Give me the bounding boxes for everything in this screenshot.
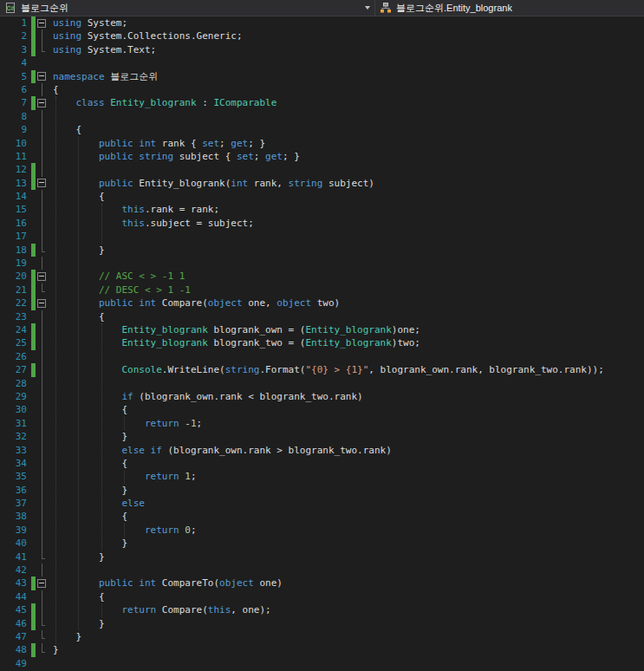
line-number: 46	[0, 617, 29, 630]
code-line[interactable]: 14 {	[0, 190, 644, 203]
code-text: public string subject { set; get; }	[48, 150, 644, 163]
code-line[interactable]: 34 {	[0, 457, 644, 470]
type-member-dropdown[interactable]: 블로그순위.Entity_blogrank	[375, 0, 644, 16]
code-line[interactable]: 10 public int rank { set; get; }	[0, 137, 644, 150]
code-line[interactable]: 1using System;	[0, 16, 644, 29]
code-line[interactable]: 47 }	[0, 630, 644, 643]
outlining-margin	[36, 283, 48, 296]
line-number: 48	[0, 643, 29, 656]
code-editor[interactable]: 1using System;2using System.Collections.…	[0, 16, 644, 671]
line-number: 2	[0, 29, 29, 42]
outlining-margin	[36, 336, 48, 349]
code-line[interactable]: 2using System.Collections.Generic;	[0, 29, 644, 42]
code-line[interactable]: 27 Console.WriteLine(string.Format("{0} …	[0, 363, 644, 376]
code-text: this.rank = rank;	[48, 203, 644, 216]
code-line[interactable]: 5namespace 블로그순위	[0, 70, 644, 83]
outlining-margin	[36, 244, 48, 257]
fold-collapse-icon[interactable]	[37, 272, 46, 281]
code-line[interactable]: 37 else	[0, 497, 644, 510]
code-line[interactable]: 35 return 1;	[0, 470, 644, 483]
code-line[interactable]: 40 }	[0, 537, 644, 550]
line-number: 25	[0, 336, 29, 349]
code-line[interactable]: 13 public Entity_blogrank(int rank, stri…	[0, 177, 644, 190]
outlining-margin	[36, 217, 48, 230]
code-text: {	[48, 123, 644, 136]
code-line[interactable]: 32 }	[0, 430, 644, 443]
code-line[interactable]: 36 }	[0, 484, 644, 497]
line-number: 38	[0, 510, 29, 523]
code-line[interactable]: 7 class Entity_blogrank : IComparable	[0, 96, 644, 109]
code-line[interactable]: 19	[0, 257, 644, 270]
line-number: 18	[0, 244, 29, 257]
code-line[interactable]: 6{	[0, 83, 644, 96]
code-line[interactable]: 38 {	[0, 510, 644, 523]
code-line[interactable]: 45 return Compare(this, one);	[0, 603, 644, 616]
code-line[interactable]: 22 public int Compare(object one, object…	[0, 296, 644, 309]
outlining-margin	[36, 630, 48, 643]
code-text: }	[48, 244, 644, 257]
code-line[interactable]: 16 this.subject = subject;	[0, 217, 644, 230]
change-tracking-margin	[29, 417, 36, 430]
fold-collapse-icon[interactable]	[37, 99, 46, 107]
code-text: {	[48, 190, 644, 203]
code-line[interactable]: 48}	[0, 643, 644, 656]
change-tracking-margin	[29, 603, 36, 616]
code-line[interactable]: 20 // ASC < > -1 1	[0, 270, 644, 283]
fold-collapse-icon[interactable]	[37, 19, 46, 28]
change-tracking-margin	[29, 363, 36, 376]
outlining-margin	[36, 16, 48, 29]
code-text	[48, 377, 644, 390]
change-tracking-margin	[29, 16, 36, 29]
code-line[interactable]: 43 public int CompareTo(object one)	[0, 577, 644, 590]
code-line[interactable]: 44 {	[0, 590, 644, 603]
code-line[interactable]: 29 if (blogrank_own.rank < blogrank_two.…	[0, 390, 644, 403]
code-line[interactable]: 26	[0, 350, 644, 363]
line-number: 23	[0, 310, 29, 323]
code-text: return 0;	[48, 524, 644, 537]
code-line[interactable]: 30 {	[0, 403, 644, 416]
code-line[interactable]: 15 this.rank = rank;	[0, 203, 644, 216]
code-line[interactable]: 42	[0, 564, 644, 577]
line-number: 4	[0, 56, 29, 69]
fold-collapse-icon[interactable]	[37, 299, 46, 308]
code-line[interactable]: 18 }	[0, 244, 644, 257]
code-line[interactable]: 39 return 0;	[0, 524, 644, 537]
code-line[interactable]: 12	[0, 163, 644, 176]
outlining-margin	[36, 417, 48, 430]
code-line[interactable]: 31 return -1;	[0, 417, 644, 430]
line-number: 10	[0, 137, 29, 150]
code-line[interactable]: 46 }	[0, 617, 644, 630]
code-text: {	[48, 310, 644, 323]
project-dropdown[interactable]: C# 블로그순위	[0, 0, 375, 16]
fold-collapse-icon[interactable]	[37, 579, 46, 588]
code-line[interactable]: 3using System.Text;	[0, 43, 644, 56]
code-line[interactable]: 41 }	[0, 550, 644, 564]
outlining-margin	[36, 550, 48, 564]
code-text: // ASC < > -1 1	[48, 270, 644, 283]
type-member-dropdown-label: 블로그순위.Entity_blogrank	[396, 2, 512, 15]
fold-collapse-icon[interactable]	[37, 72, 46, 81]
line-number: 49	[0, 657, 29, 670]
code-line[interactable]: 11 public string subject { set; get; }	[0, 150, 644, 163]
fold-collapse-icon[interactable]	[37, 179, 46, 187]
line-number: 29	[0, 390, 29, 403]
code-line[interactable]: 24 Entity_blogrank blogrank_own = (Entit…	[0, 323, 644, 336]
change-tracking-margin	[29, 457, 36, 470]
code-line[interactable]: 8	[0, 110, 644, 123]
code-line[interactable]: 23 {	[0, 310, 644, 323]
outlining-margin	[36, 350, 48, 363]
code-line[interactable]: 25 Entity_blogrank blogrank_two = (Entit…	[0, 336, 644, 349]
code-line[interactable]: 33 else if (blogrank_own.rank > blogrank…	[0, 444, 644, 457]
code-line[interactable]: 49	[0, 657, 644, 670]
code-line[interactable]: 4	[0, 56, 644, 69]
line-number: 22	[0, 296, 29, 309]
code-line[interactable]: 28	[0, 377, 644, 390]
outlining-margin	[36, 470, 48, 483]
code-line[interactable]: 21 // DESC < > 1 -1	[0, 283, 644, 296]
code-text: class Entity_blogrank : IComparable	[48, 96, 644, 109]
line-number: 32	[0, 430, 29, 443]
indent-guide	[101, 323, 102, 550]
code-line[interactable]: 9 {	[0, 123, 644, 136]
outlining-margin	[36, 137, 48, 150]
code-line[interactable]: 17	[0, 230, 644, 243]
